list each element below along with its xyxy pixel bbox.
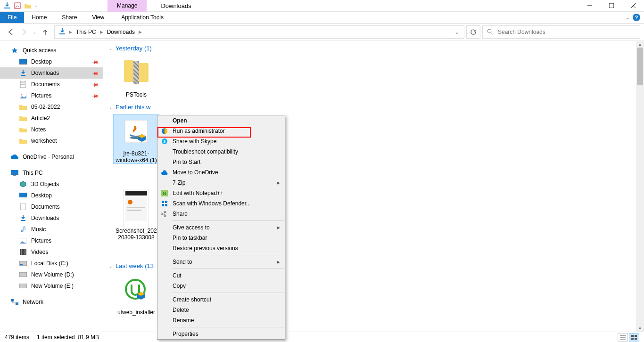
documents-icon: [19, 203, 27, 211]
back-button[interactable]: [7, 28, 15, 36]
tab-home[interactable]: Home: [24, 12, 54, 23]
search-box[interactable]: [482, 25, 640, 39]
sidebar-item-pictures[interactable]: Pictures: [0, 235, 103, 246]
file-item-pstools[interactable]: PSTools: [114, 56, 159, 98]
menu-give-access-to[interactable]: Give access to▶: [157, 222, 285, 233]
menu-copy[interactable]: Copy: [157, 281, 285, 291]
tab-view[interactable]: View: [84, 12, 112, 23]
menu-edit-notepadpp[interactable]: N Edit with Notepad++: [157, 188, 285, 198]
downloads-icon: [19, 69, 27, 77]
details-view-button[interactable]: [618, 333, 628, 342]
group-header[interactable]: ⌄ Earlier this w: [109, 104, 638, 111]
menu-share-skype[interactable]: S Share with Skype: [157, 136, 285, 147]
menu-create-shortcut[interactable]: Create shortcut: [157, 294, 285, 305]
sidebar-item-documents[interactable]: Documents: [0, 201, 103, 212]
refresh-button[interactable]: [466, 25, 480, 39]
menu-share[interactable]: Share: [157, 209, 285, 219]
chevron-right-icon[interactable]: ▶: [68, 30, 73, 34]
new-folder-icon[interactable]: [24, 1, 32, 10]
sidebar-item-disk-d[interactable]: New Volume (D:): [0, 269, 103, 280]
sidebar-onedrive[interactable]: OneDrive - Personal: [0, 151, 103, 163]
svg-rect-2: [609, 3, 614, 8]
sidebar-item-folder[interactable]: worksheet: [0, 135, 103, 147]
menu-send-to[interactable]: Send to▶: [157, 257, 285, 267]
help-icon[interactable]: ?: [633, 14, 640, 21]
menu-rename[interactable]: Rename: [157, 315, 285, 326]
menu-delete[interactable]: Delete: [157, 305, 285, 315]
svg-text:N: N: [163, 191, 166, 196]
chevron-down-icon: ⌄: [109, 46, 113, 51]
group-label: Yesterday (1): [116, 45, 152, 52]
pictures-icon: [19, 91, 27, 100]
chevron-right-icon[interactable]: ▶: [99, 30, 104, 34]
sidebar-item-disk-e[interactable]: New Volume (E:): [0, 280, 103, 292]
crumb-downloads[interactable]: Downloads: [104, 29, 138, 35]
svg-rect-51: [635, 338, 637, 340]
menu-run-as-administrator[interactable]: Run as administrator: [157, 126, 285, 136]
minimize-button[interactable]: [579, 0, 601, 12]
menu-restore-versions[interactable]: Restore previous versions: [157, 243, 285, 253]
sidebar-item-pictures[interactable]: Pictures 📌: [0, 90, 103, 101]
breadcrumb[interactable]: ▶ This PC ▶ Downloads ▶ ⌄: [54, 25, 464, 39]
scroll-down-icon[interactable]: ▼: [636, 325, 644, 332]
svg-rect-41: [162, 201, 164, 203]
group-header[interactable]: ⌄ Last week (13: [109, 262, 159, 269]
recent-locations-dropdown[interactable]: ⌄: [33, 30, 36, 34]
menu-pin-to-start[interactable]: Pin to Start: [157, 157, 285, 167]
sidebar-item-desktop[interactable]: Desktop 📌: [0, 56, 103, 67]
svg-rect-21: [25, 249, 25, 255]
file-item-utweb[interactable]: utweb_installer: [114, 273, 159, 316]
maximize-button[interactable]: [601, 0, 622, 12]
search-input[interactable]: [498, 29, 636, 35]
menu-properties[interactable]: Properties: [157, 329, 285, 339]
sidebar-item-documents[interactable]: Documents 📌: [0, 79, 103, 90]
properties-icon[interactable]: [13, 1, 22, 10]
sidebar-item-downloads[interactable]: Downloads: [0, 212, 103, 224]
window-controls: [579, 0, 644, 12]
vertical-scrollbar[interactable]: ▲ ▼: [636, 41, 644, 332]
sidebar-item-downloads[interactable]: Downloads 📌: [0, 67, 103, 79]
svg-rect-22: [19, 261, 27, 266]
tab-share[interactable]: Share: [54, 12, 84, 23]
menu-7zip[interactable]: 7-Zip▶: [157, 178, 285, 188]
crumb-this-pc[interactable]: This PC: [73, 29, 99, 35]
sidebar-this-pc[interactable]: This PC: [0, 167, 103, 179]
menu-scan-defender[interactable]: Scan with Windows Defender...: [157, 198, 285, 209]
menu-pin-to-taskbar[interactable]: Pin to taskbar: [157, 233, 285, 243]
sidebar-item-music[interactable]: Music: [0, 224, 103, 235]
contextual-tab-manage[interactable]: Manage: [107, 0, 147, 12]
forward-button[interactable]: [20, 28, 28, 36]
file-item-screenshot[interactable]: Screenshot_20220309-133008: [114, 192, 159, 241]
menu-troubleshoot[interactable]: Troubleshoot compatibility: [157, 147, 285, 157]
menu-open[interactable]: Open: [157, 115, 285, 126]
sidebar-item-disk-c[interactable]: Local Disk (C:): [0, 258, 103, 269]
utorrent-exe-icon: [119, 273, 153, 307]
close-button[interactable]: [622, 0, 644, 12]
sidebar-item-folder[interactable]: Article2: [0, 113, 103, 124]
sidebar-item-3d-objects[interactable]: 3D Objects: [0, 179, 103, 190]
menu-move-to-onedrive[interactable]: Move to OneDrive: [157, 167, 285, 178]
sidebar-network[interactable]: Network: [0, 296, 103, 308]
onedrive-icon: [10, 153, 19, 161]
pin-icon: 📌: [91, 69, 99, 77]
scroll-up-icon[interactable]: ▲: [636, 41, 644, 48]
menu-cut[interactable]: Cut: [157, 270, 285, 281]
tab-application-tools[interactable]: Application Tools: [114, 12, 171, 23]
chevron-right-icon[interactable]: ▶: [138, 30, 143, 34]
file-item-jre[interactable]: jre-8u321-windows-x64 (1): [114, 114, 159, 163]
chevron-down-icon: ⌄: [109, 105, 113, 110]
sidebar-item-desktop[interactable]: Desktop: [0, 190, 103, 201]
qat-dropdown-icon[interactable]: [34, 4, 37, 7]
sidebar-item-folder[interactable]: 05-02-2022: [0, 101, 103, 113]
submenu-arrow-icon: ▶: [277, 225, 280, 230]
sidebar-item-folder[interactable]: Notes: [0, 124, 103, 135]
ribbon-options[interactable]: ⌄ ?: [621, 12, 644, 23]
scrollbar-thumb[interactable]: [637, 48, 643, 85]
tab-file[interactable]: File: [0, 12, 24, 23]
large-icons-view-button[interactable]: [629, 333, 639, 342]
up-button[interactable]: [41, 28, 50, 36]
group-header[interactable]: ⌄ Yesterday (1): [109, 45, 638, 52]
address-dropdown[interactable]: ⌄: [452, 29, 462, 35]
sidebar-quick-access[interactable]: Quick access: [0, 45, 103, 56]
sidebar-item-videos[interactable]: Videos: [0, 246, 103, 258]
